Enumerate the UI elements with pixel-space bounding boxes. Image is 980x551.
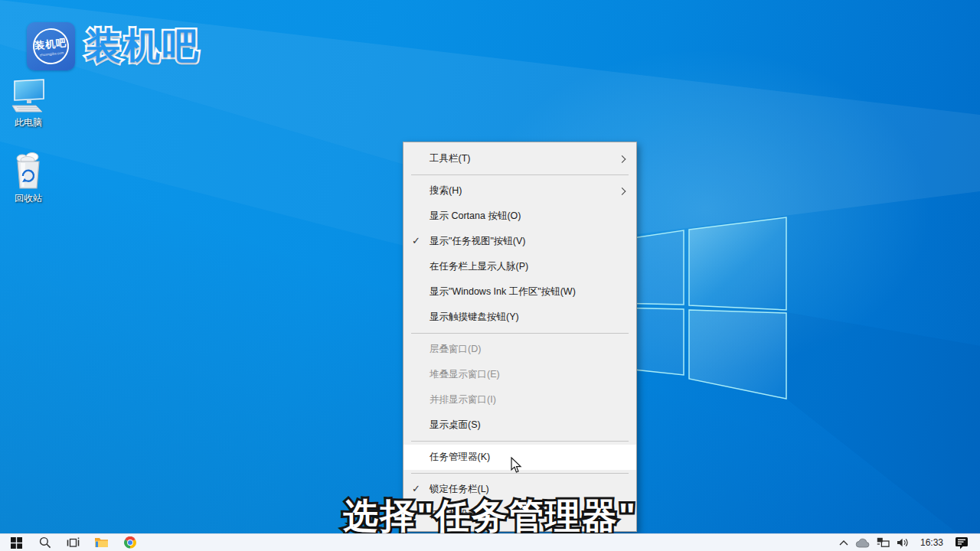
menu-item-label: 堆叠显示窗口(E) — [430, 368, 500, 381]
menu-item-toolbars[interactable]: 工具栏(T) — [403, 146, 636, 171]
task-view-button[interactable] — [59, 534, 87, 551]
menu-item-show-cortana-button[interactable]: 显示 Cortana 按钮(O) — [403, 204, 636, 229]
taskbar-clock[interactable]: 16:33 — [920, 537, 943, 548]
file-explorer-icon — [95, 537, 108, 548]
menu-item-search[interactable]: 搜索(H) — [403, 178, 636, 204]
menu-item-label: 在任务栏上显示人脉(P) — [430, 260, 528, 273]
onedrive-cloud-icon[interactable] — [855, 538, 870, 548]
menu-item-show-task-view-button[interactable]: ✓ 显示"任务视图"按钮(V) — [403, 229, 636, 254]
search-icon — [39, 536, 51, 549]
menu-separator — [411, 333, 629, 334]
file-explorer-button[interactable] — [87, 534, 116, 551]
action-center-icon[interactable] — [955, 536, 969, 549]
chrome-button[interactable] — [116, 534, 144, 551]
desktop-icon-label: 此电脑 — [15, 116, 42, 129]
this-pc-icon — [11, 79, 46, 114]
mouse-cursor — [511, 457, 522, 474]
menu-item-show-windows-side-by-side: 并排显示窗口(I) — [403, 387, 636, 412]
menu-item-label: 工具栏(T) — [430, 152, 470, 165]
menu-separator — [411, 174, 629, 175]
menu-item-show-windows-stacked: 堆叠显示窗口(E) — [403, 362, 636, 387]
start-button[interactable] — [2, 534, 31, 551]
menu-item-label: 搜索(H) — [430, 184, 462, 197]
menu-item-label: 显示"任务视图"按钮(V) — [430, 235, 526, 248]
submenu-arrow-icon — [619, 187, 626, 195]
desktop-icon-label: 回收站 — [15, 192, 42, 205]
task-view-icon — [67, 537, 80, 549]
menu-item-label: 层叠窗口(D) — [430, 343, 481, 356]
menu-item-cascade-windows: 层叠窗口(D) — [403, 337, 636, 362]
chrome-icon — [124, 536, 136, 549]
desktop-icon-recycle-bin[interactable]: 回收站 — [6, 152, 51, 205]
chevron-up-icon[interactable] — [839, 540, 848, 546]
windows-start-icon — [11, 537, 22, 549]
menu-item-show-touch-keyboard-button[interactable]: 显示触摸键盘按钮(Y) — [403, 305, 636, 330]
submenu-arrow-icon — [619, 155, 626, 163]
desktop: 装机吧 zhuangjiba.com 装机吧 此电脑 — [0, 0, 980, 551]
taskbar-search-button[interactable] — [31, 534, 59, 551]
taskbar: 16:33 — [0, 533, 980, 551]
menu-item-label: 并排显示窗口(I) — [430, 393, 496, 406]
network-icon[interactable] — [877, 537, 890, 548]
menu-item-label: 显示"Windows Ink 工作区"按钮(W) — [430, 285, 576, 298]
menu-separator — [411, 441, 629, 442]
desktop-icon-this-pc[interactable]: 此电脑 — [6, 79, 51, 129]
brand-wordmark: 装机吧 — [86, 22, 201, 70]
recycle-bin-icon — [12, 152, 44, 190]
checkmark-icon: ✓ — [412, 235, 420, 246]
volume-icon[interactable] — [897, 537, 909, 548]
menu-item-show-desktop[interactable]: 显示桌面(S) — [403, 412, 636, 438]
brand-watermark: 装机吧 zhuangjiba.com 装机吧 — [27, 22, 201, 70]
menu-item-label: 显示桌面(S) — [430, 419, 481, 432]
menu-item-label: 显示触摸键盘按钮(Y) — [430, 311, 519, 324]
menu-item-label: 显示 Cortana 按钮(O) — [430, 210, 521, 223]
menu-item-label: 任务管理器(K) — [430, 451, 490, 464]
menu-item-show-people-on-taskbar[interactable]: 在任务栏上显示人脉(P) — [403, 254, 636, 279]
system-tray: 16:33 — [839, 536, 980, 549]
brand-logo-icon: 装机吧 zhuangjiba.com — [27, 22, 75, 70]
menu-item-show-windows-ink-workspace-button[interactable]: 显示"Windows Ink 工作区"按钮(W) — [403, 279, 636, 305]
